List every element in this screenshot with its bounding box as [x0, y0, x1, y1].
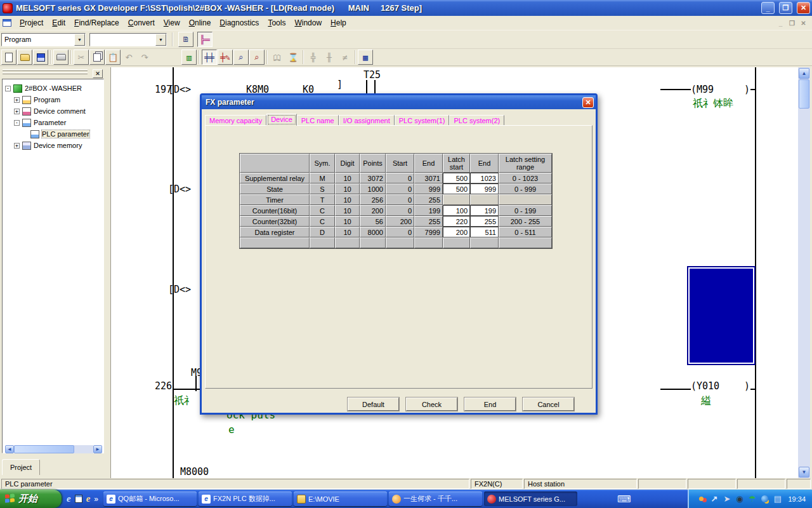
program-combobox[interactable]: Program ▼: [1, 33, 86, 46]
chevron-down-icon[interactable]: ▼: [74, 34, 85, 46]
expand-icon[interactable]: +: [14, 109, 20, 114]
project-tree-toggle-button[interactable]: ╠═: [197, 32, 213, 47]
tree-item-parameter[interactable]: - Parameter: [14, 117, 66, 128]
menu-window[interactable]: Window: [290, 17, 326, 29]
ladder-edit-button[interactable]: ╪✎: [218, 50, 233, 65]
menu-convert[interactable]: Convert: [124, 17, 159, 29]
panel-grab-handle[interactable]: [3, 69, 88, 71]
flag-stack-icon[interactable]: ▤: [773, 494, 782, 504]
insert-line-button[interactable]: ╬: [306, 50, 321, 65]
latch-start-input[interactable]: 100: [443, 205, 470, 216]
restore-button[interactable]: ❐: [779, 2, 792, 14]
tab-io-assignment[interactable]: I/O assignment: [339, 115, 395, 126]
antivirus-umbrella-icon[interactable]: ☂: [747, 494, 757, 504]
default-button[interactable]: Default: [348, 398, 399, 411]
ladder-mode-button[interactable]: ╪╪: [202, 50, 217, 65]
globe-security-icon[interactable]: [760, 494, 769, 504]
menu-online[interactable]: Online: [185, 17, 216, 29]
latch-end-input[interactable]: 511: [470, 227, 499, 237]
chevron-down-icon[interactable]: ▼: [155, 34, 166, 46]
menu-find-replace[interactable]: Find/Replace: [70, 17, 124, 29]
taskbar-item-movie-folder[interactable]: E:\MOVIE: [294, 491, 387, 506]
latch-end-input[interactable]: 999: [470, 184, 499, 194]
scroll-left-icon[interactable]: ◄: [5, 445, 14, 453]
latch-start-input[interactable]: 500: [443, 184, 470, 194]
tab-plc-system-1[interactable]: PLC system(1): [395, 115, 450, 126]
cut-button[interactable]: ✂: [74, 50, 89, 65]
menu-edit[interactable]: Edit: [48, 17, 70, 29]
menu-view[interactable]: View: [159, 17, 185, 29]
latch-end-input[interactable]: 255: [470, 216, 499, 227]
print-button[interactable]: [53, 50, 69, 65]
project-tab[interactable]: Project: [2, 459, 40, 475]
network-arrow-icon[interactable]: ↗: [709, 494, 719, 504]
device-find-button[interactable]: ⌕: [233, 50, 249, 65]
expand-icon[interactable]: +: [14, 97, 20, 103]
taskbar-item-melsoft[interactable]: MELSOFT series G...: [484, 491, 577, 506]
taskbar-item-qq-mail[interactable]: e QQ邮箱 - Microso...: [103, 491, 197, 506]
write-mode-button[interactable]: ⌛: [285, 50, 301, 65]
cancel-button[interactable]: Cancel: [523, 398, 574, 411]
latch-start-input[interactable]: 220: [443, 216, 470, 227]
scroll-thumb[interactable]: [14, 445, 74, 453]
new-project-button[interactable]: [1, 50, 16, 65]
rung-edit-button[interactable]: ≠: [337, 50, 353, 65]
save-project-button[interactable]: [33, 50, 48, 65]
tree-item-device-memory[interactable]: + Device memory: [14, 140, 82, 150]
browser-shortcut-icon[interactable]: e: [86, 493, 91, 504]
scroll-track[interactable]: [798, 67, 810, 478]
ladder-selection-cursor[interactable]: [687, 266, 756, 365]
menu-help[interactable]: Help: [326, 17, 351, 29]
paste-button[interactable]: 📋: [105, 50, 121, 65]
mdi-window-buttons[interactable]: _❐✕: [776, 20, 812, 27]
tab-memory-capacity[interactable]: Memory capacity: [205, 115, 266, 126]
launcher-rocket-icon[interactable]: ➤: [722, 494, 731, 504]
qq-messenger-icon[interactable]: [697, 494, 706, 504]
dialog-close-button[interactable]: ✕: [582, 97, 594, 108]
mdi-child-icon[interactable]: [3, 19, 11, 27]
latch-end-input[interactable]: 199: [470, 205, 499, 216]
minimize-button[interactable]: _: [761, 2, 775, 14]
chevron-more-icon[interactable]: »: [94, 495, 98, 504]
mdi-minimize-icon[interactable]: _: [776, 20, 785, 27]
panel-grab-handle[interactable]: [3, 72, 88, 74]
internet-explorer-icon[interactable]: e: [67, 493, 71, 504]
scroll-right-icon[interactable]: ►: [93, 445, 102, 453]
tab-plc-system-2[interactable]: PLC system(2): [449, 115, 504, 126]
ladder-vertical-scrollbar[interactable]: ▲ ▼: [798, 67, 810, 478]
copy-button[interactable]: [89, 50, 105, 65]
mdi-restore-icon[interactable]: ❐: [787, 20, 797, 27]
menu-project[interactable]: Project: [15, 17, 48, 29]
scroll-track[interactable]: [14, 445, 93, 453]
mdi-close-icon[interactable]: ✕: [799, 20, 808, 27]
input-method-keyboard-icon[interactable]: ⌨: [617, 493, 631, 505]
menu-diagnostics[interactable]: Diagnostics: [215, 17, 263, 29]
tree-item-program[interactable]: + Program: [14, 95, 60, 105]
start-button[interactable]: 开始: [0, 490, 62, 508]
document-shortcut-icon[interactable]: [75, 495, 82, 503]
latch-end-input[interactable]: 1023: [470, 173, 499, 184]
taskbar-item-music-player[interactable]: 一生何求 - 千千...: [389, 491, 482, 506]
panel-close-button[interactable]: ✕: [93, 69, 103, 78]
tab-plc-name[interactable]: PLC name: [297, 115, 339, 126]
undo-button[interactable]: ↶: [121, 50, 136, 65]
tree-item-device-comment[interactable]: + Device comment: [14, 106, 86, 116]
device-combobox[interactable]: ▼: [89, 33, 167, 46]
ladder-monitor-button[interactable]: ▥: [181, 50, 197, 65]
scroll-down-icon[interactable]: ▼: [799, 467, 809, 478]
redo-button[interactable]: ↷: [137, 50, 152, 65]
read-mode-button[interactable]: 🕮: [270, 50, 285, 65]
open-project-button[interactable]: [17, 50, 32, 65]
taskbar-item-fx2n-page[interactable]: e FX2N PLC 数据掉...: [199, 491, 292, 506]
menu-tools[interactable]: Tools: [263, 17, 290, 29]
dialog-titlebar[interactable]: FX parameter ✕: [202, 95, 596, 109]
scroll-thumb[interactable]: [799, 79, 809, 109]
end-button[interactable]: End: [464, 398, 516, 411]
delete-line-button[interactable]: ╫: [322, 50, 337, 65]
expand-icon[interactable]: +: [14, 143, 20, 149]
tree-item-plc-parameter[interactable]: PLC parameter: [30, 129, 89, 139]
latch-start-input[interactable]: 200: [443, 227, 470, 237]
latch-start-input[interactable]: 500: [443, 173, 470, 184]
program-list-button[interactable]: ▦: [358, 50, 373, 65]
close-button[interactable]: ✕: [797, 2, 810, 14]
